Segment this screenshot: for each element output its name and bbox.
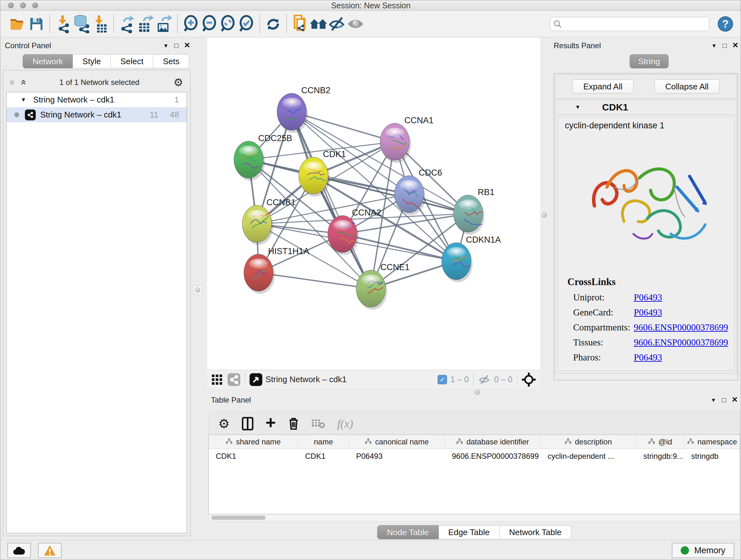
memory-button[interactable]: Memory [672,543,734,558]
collapse-all-button[interactable]: Collapse All [654,79,720,94]
control-panel-menu-icon[interactable]: ▼ [163,43,169,49]
delete-table-icon[interactable] [311,418,325,429]
birds-eye-grid-icon[interactable] [212,374,222,385]
column-header-description[interactable]: description [541,435,636,449]
results-panel-close-icon[interactable]: × [732,40,738,50]
network-canvas[interactable]: CCNB2CCNA1CDC25BCDK1CDC6RB1CCNB1CCNA2CDK… [207,38,540,370]
crosslink-uniprot-link[interactable]: P06493 [634,292,662,303]
help-icon[interactable]: ? [718,16,733,32]
expand-all-networks-icon[interactable]: » [18,80,27,85]
tree-expander-icon[interactable]: ▼ [21,97,26,103]
table-panel-close-icon[interactable]: × [732,395,738,404]
export-table-icon[interactable] [136,14,155,34]
edge-CCNA2-CDKN1A[interactable] [342,234,456,261]
zoom-selected-icon[interactable] [237,14,256,34]
refresh-view-icon[interactable] [264,14,282,34]
node-HIST1H1A[interactable]: HIST1H1A [244,246,309,294]
cell-name[interactable]: CDK1 [298,449,349,463]
cell-description[interactable]: cyclin-dependent ... [541,449,636,463]
show-columns-icon[interactable] [242,417,253,430]
node-RB1[interactable]: RB1 [454,187,495,235]
cell-namespace[interactable]: stringdb [684,449,740,463]
tab-network-table[interactable]: Network Table [499,525,571,539]
collapse-all-networks-icon[interactable]: » [8,80,17,85]
network-collection-row[interactable]: ▼ String Network – cdk1 1 [7,92,187,107]
search-input[interactable] [564,18,706,30]
left-divider-handle[interactable] [193,286,202,295]
control-panel-float-icon[interactable]: □ [174,42,179,49]
export-image-icon[interactable] [155,14,173,34]
export-network-icon[interactable] [118,14,136,34]
tab-style[interactable]: Style [73,54,111,68]
table-options-gear-icon[interactable]: ⚙ [218,416,230,431]
open-session-icon[interactable] [9,14,27,34]
cell-canonical-name[interactable]: P06493 [349,449,445,463]
import-network-icon[interactable] [54,14,72,34]
node-CDC25B[interactable]: CDC25B [234,133,292,181]
column-header-namespace[interactable]: namespace [684,435,740,449]
tab-string[interactable]: String [630,54,669,68]
network-graph[interactable]: CCNB2CCNA1CDC25BCDK1CDC6RB1CCNB1CCNA2CDK… [207,38,540,370]
save-session-icon[interactable] [27,14,46,34]
tab-edge-table[interactable]: Edge Table [439,525,500,539]
results-panel-menu-icon[interactable]: ▼ [711,43,717,49]
expand-all-button[interactable]: Expand All [572,79,634,94]
node-CCNE1[interactable]: CCNE1 [356,262,410,310]
table-panel-menu-icon[interactable]: ▼ [711,397,716,403]
delete-columns-icon[interactable] [288,417,299,430]
navigator-crosshair-icon[interactable] [522,373,536,387]
table-horizontal-scrollbar[interactable] [208,514,740,521]
zoom-fit-icon[interactable] [219,14,237,34]
import-table-icon[interactable] [91,14,110,34]
string-view-icon[interactable] [227,373,240,386]
node-CCNA2[interactable]: CCNA2 [328,208,381,255]
cell-database-identifier[interactable]: 9606.ENSP00000378699 [445,449,541,463]
zoom-in-icon[interactable] [182,14,200,34]
import-network-from-database-icon[interactable] [72,14,91,34]
tab-node-table[interactable]: Node Table [377,525,439,539]
network-row[interactable]: String Network – cdk1 11 48 [7,107,187,122]
selected-checkbox-icon[interactable]: ✓ [437,375,447,384]
right-divider-handle[interactable] [542,212,547,218]
new-network-from-selection-icon[interactable] [291,14,309,34]
node-CCNA1[interactable]: CCNA1 [380,116,434,163]
column-header-name[interactable]: name [298,435,349,449]
table-panel-float-icon[interactable]: □ [722,396,726,403]
node-label-CCNB1: CCNB1 [266,198,296,207]
tab-sets[interactable]: Sets [153,54,189,68]
open-in-external-icon[interactable] [250,373,262,386]
bottom-divider-handle[interactable] [475,389,480,395]
column-header-canonical-name[interactable]: canonical name [349,435,445,449]
create-column-icon[interactable]: + [266,412,276,433]
cell-shared-name[interactable]: CDK1 [209,449,298,463]
results-panel-float-icon[interactable]: □ [723,42,727,49]
column-header-database-identifier[interactable]: database identifier [445,435,541,449]
network-options-gear-icon[interactable]: ⚙ [174,76,183,89]
node-CCNB2[interactable]: CCNB2 [277,85,331,133]
tab-network[interactable]: Network [23,54,73,68]
warnings-button[interactable] [38,543,62,558]
hide-selected-icon[interactable] [328,14,346,34]
gene-card-header[interactable]: ▼ CDK1 [555,100,737,115]
search-field[interactable] [550,17,710,31]
scrollbar-thumb[interactable] [211,516,266,520]
crosslink-tissues-link[interactable]: 9606.ENSP00000378699 [634,337,728,348]
edge-CCNB2-CCNE1[interactable] [292,112,371,289]
edge-HIST1H1A-CCNE1[interactable] [259,273,371,289]
node-CDKN1A[interactable]: CDKN1A [442,235,501,282]
houses-icon[interactable] [309,14,328,34]
column-header--id[interactable]: @id [636,435,684,449]
function-builder-icon[interactable]: f(x) [337,417,353,430]
tab-select[interactable]: Select [111,54,153,68]
control-panel-close-icon[interactable]: × [184,40,190,50]
column-header-shared-name[interactable]: shared name [209,435,298,449]
crosslink-genecard-link[interactable]: P06493 [634,307,662,318]
gene-card-expander-icon[interactable]: ▼ [575,104,581,111]
crosslink-pharos-link[interactable]: P06493 [634,352,662,363]
cloud-status-button[interactable] [7,543,31,558]
cell--id[interactable]: stringdb:9... [636,449,684,463]
show-all-icon[interactable] [346,14,365,34]
table-row[interactable]: CDK1CDK1P064939606.ENSP00000378699cyclin… [209,449,740,463]
zoom-out-icon[interactable] [200,14,219,34]
crosslink-compartments-link[interactable]: 9606.ENSP00000378699 [634,322,728,333]
